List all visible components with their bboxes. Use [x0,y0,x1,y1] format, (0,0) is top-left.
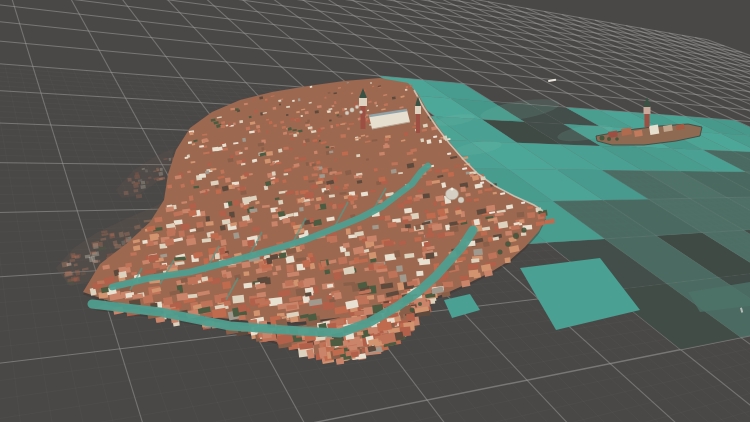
viewport-canvas[interactable] [0,0,750,422]
3d-viewport[interactable] [0,0,750,422]
